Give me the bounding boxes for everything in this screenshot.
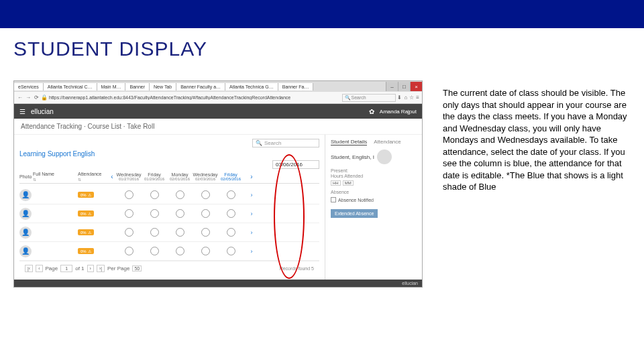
- close-icon[interactable]: ×: [410, 82, 422, 91]
- footer-brand: ellucian: [14, 280, 422, 287]
- tab[interactable]: Banner Faculty a…: [176, 83, 225, 90]
- reload-icon[interactable]: ⟳: [33, 95, 40, 101]
- pager-prev[interactable]: ‹: [36, 265, 42, 272]
- prev-days-icon[interactable]: ‹: [108, 173, 116, 180]
- tab-student-details[interactable]: Student Details: [331, 139, 367, 145]
- attendance-radio[interactable]: [150, 228, 159, 237]
- avatar: 👤: [19, 245, 32, 257]
- table-row: 👤 0% ⚠ ›: [19, 223, 319, 242]
- tab[interactable]: Atlanta Technical C…: [44, 83, 97, 90]
- attendance-radio[interactable]: [201, 190, 210, 199]
- tab[interactable]: Banner Fa…: [278, 83, 314, 90]
- extended-absence-button[interactable]: Extended Absence: [331, 209, 378, 218]
- user-name[interactable]: Amanda Rajput: [380, 109, 417, 115]
- breadcrumb: Attendance Tracking · Course List · Take…: [14, 119, 422, 135]
- day-col[interactable]: Wednesday02/03/2016: [193, 172, 218, 181]
- notified-label: Absence Notified: [338, 198, 374, 202]
- browser-tabs: eServices Atlanta Technical C… Main M… B…: [14, 81, 422, 92]
- tab[interactable]: eServices: [14, 83, 44, 90]
- brand: ellucian: [31, 108, 54, 115]
- forward-icon[interactable]: →: [25, 95, 32, 101]
- attendance-radio[interactable]: [125, 247, 133, 255]
- attendance-radio[interactable]: [150, 247, 159, 255]
- per-page-select[interactable]: 50: [132, 265, 142, 272]
- pager-page-input[interactable]: 1: [60, 265, 72, 272]
- col-attendance[interactable]: Attendance⇅: [78, 172, 108, 182]
- pager-page-label: Page: [46, 265, 58, 272]
- app-header: ☰ ellucian ✿ Amanda Rajput: [14, 104, 422, 119]
- home-icon[interactable]: ⌂: [404, 95, 407, 101]
- table-row: 👤 0% ⚠ ›: [19, 186, 319, 204]
- day-col[interactable]: Monday02/01/2016: [167, 172, 193, 181]
- per-page-label: Per Page: [107, 265, 129, 272]
- attendance-radio[interactable]: [176, 190, 184, 199]
- attendance-radio[interactable]: [125, 228, 133, 237]
- screenshot: eServices Atlanta Technical C… Main M… B…: [13, 80, 423, 288]
- notified-checkbox[interactable]: [331, 197, 336, 202]
- attendance-badge: 0% ⚠: [78, 192, 94, 198]
- search-placeholder: Search: [264, 140, 281, 146]
- course-title: Learning Support English: [19, 150, 319, 158]
- next-days-icon[interactable]: ›: [244, 173, 260, 180]
- attendance-radio[interactable]: [176, 228, 184, 237]
- attendance-radio[interactable]: [125, 209, 133, 218]
- day-col-current[interactable]: Friday02/05/2016: [218, 172, 244, 181]
- tab[interactable]: Main M…: [97, 83, 126, 90]
- search-input[interactable]: 🔍Search: [252, 139, 319, 147]
- attendance-radio[interactable]: [227, 190, 235, 199]
- tab-attendance[interactable]: Attendance: [374, 139, 400, 145]
- url-field[interactable]: https://bannerapp1.atlantatech.edu:8443/…: [49, 95, 341, 100]
- pager-first[interactable]: |‹: [25, 265, 33, 272]
- browser-search[interactable]: 🔍Search: [342, 94, 396, 102]
- attendance-radio[interactable]: [201, 228, 210, 237]
- detail-student-name: Student, English, I: [331, 154, 374, 160]
- pager-last[interactable]: ›|: [97, 265, 105, 272]
- attendance-radio[interactable]: [125, 190, 133, 199]
- date-input[interactable]: 03/06/2016: [272, 160, 319, 169]
- attendance-radio[interactable]: [176, 209, 184, 218]
- tab[interactable]: Banner: [125, 83, 150, 90]
- pager-of: of 1: [75, 265, 84, 272]
- slide-title: STUDENT DISPLAY: [0, 28, 644, 60]
- attendance-radio[interactable]: [150, 209, 159, 218]
- pager-next[interactable]: ›: [87, 265, 94, 272]
- back-icon[interactable]: ←: [17, 95, 23, 101]
- download-icon[interactable]: ⬇: [397, 95, 402, 101]
- grid-header: Photo Full Name⇅ Attendance⇅ ‹ Wednesday…: [19, 172, 319, 184]
- row-expand-icon[interactable]: ›: [244, 229, 260, 236]
- tab[interactable]: New Tab: [150, 83, 176, 90]
- hamburger-icon[interactable]: ☰: [19, 108, 25, 115]
- minimize-icon[interactable]: –: [386, 82, 398, 91]
- attendance-radio[interactable]: [201, 209, 210, 218]
- address-bar: ← → ⟳ 🔒 https://bannerapp1.atlantatech.e…: [14, 92, 422, 104]
- minutes-input[interactable]: MM: [343, 180, 354, 186]
- table-row: 👤 0% ⚠ ›: [19, 204, 319, 223]
- attendance-badge: 0% ⚠: [78, 248, 94, 254]
- maximize-icon[interactable]: □: [398, 82, 410, 91]
- window-controls: – □ ×: [386, 82, 422, 91]
- detail-avatar: [377, 149, 392, 164]
- gear-icon[interactable]: ✿: [369, 108, 374, 115]
- hours-input[interactable]: HH: [331, 180, 341, 186]
- bookmark-icon[interactable]: ☆: [409, 95, 414, 101]
- present-label: Present:: [331, 168, 417, 173]
- tab[interactable]: Atlanta Technica G…: [225, 83, 278, 90]
- attendance-radio[interactable]: [150, 190, 159, 199]
- attendance-radio[interactable]: [176, 247, 184, 255]
- col-photo: Photo: [19, 174, 33, 179]
- content-row: eServices Atlanta Technical C… Main M… B…: [0, 60, 644, 288]
- attendance-radio[interactable]: [227, 209, 235, 218]
- toolbar-icons: ⬇ ⌂ ☆ ≡: [397, 95, 419, 101]
- absence-label: Absence: [331, 190, 417, 194]
- row-expand-icon[interactable]: ›: [244, 192, 260, 198]
- day-col[interactable]: Friday01/29/2016: [142, 172, 167, 181]
- attendance-radio[interactable]: [227, 247, 235, 255]
- menu-icon[interactable]: ≡: [416, 95, 419, 101]
- row-expand-icon[interactable]: ›: [244, 248, 260, 255]
- attendance-radio[interactable]: [227, 228, 235, 237]
- col-name[interactable]: Full Name⇅: [33, 172, 70, 182]
- row-expand-icon[interactable]: ›: [244, 210, 260, 217]
- records-found: Records found 5: [280, 266, 314, 271]
- attendance-radio[interactable]: [201, 247, 210, 255]
- day-col[interactable]: Wednesday01/27/2016: [116, 172, 142, 181]
